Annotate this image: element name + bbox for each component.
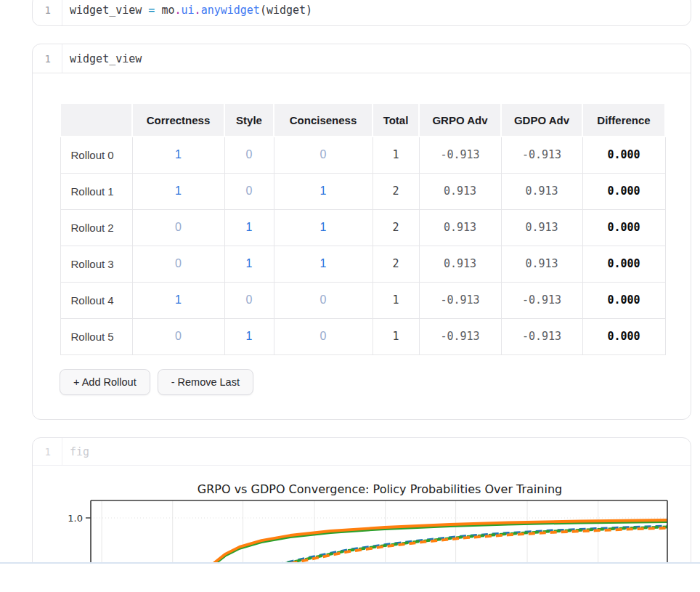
code-token: = — [142, 4, 161, 17]
column-header: GRPO Adv — [419, 103, 501, 137]
cell-conciseness[interactable]: 1 — [274, 209, 373, 246]
cell-gdpo-adv: 0.913 — [501, 173, 582, 209]
cell-conciseness[interactable]: 0 — [274, 282, 373, 318]
table-row: Rollout 110120.9130.9130.000 — [60, 173, 665, 209]
code-token: . — [175, 4, 182, 17]
row-label: Rollout 2 — [60, 209, 132, 246]
code-token: (widget) — [260, 4, 312, 17]
code-token: . — [195, 4, 201, 17]
widget-output: CorrectnessStyleConcisenessTotalGRPO Adv… — [33, 73, 691, 395]
cell-conciseness[interactable]: 0 — [274, 137, 373, 173]
cell-correctness[interactable]: 1 — [132, 137, 224, 173]
cell-difference: 0.000 — [582, 246, 665, 282]
row-label: Rollout 0 — [60, 137, 132, 173]
remove-last-button[interactable]: - Remove Last — [158, 369, 253, 395]
cell-style[interactable]: 0 — [224, 137, 274, 173]
row-label: Rollout 4 — [60, 282, 132, 318]
cell-total: 1 — [373, 318, 419, 354]
column-header: Difference — [582, 103, 665, 137]
line-number: 1 — [33, 53, 62, 65]
cell-difference: 0.000 — [582, 137, 665, 173]
cell-gdpo-adv: -0.913 — [501, 282, 582, 318]
cell-gdpo-adv: -0.913 — [501, 137, 582, 173]
rollout-table: CorrectnessStyleConcisenessTotalGRPO Adv… — [60, 102, 666, 355]
cell-grpo-adv: -0.913 — [419, 318, 501, 354]
cell-style[interactable]: 0 — [224, 173, 274, 209]
cell-style[interactable]: 1 — [224, 209, 274, 246]
cell-grpo-adv: 0.913 — [419, 246, 501, 282]
cell-difference: 0.000 — [582, 209, 665, 246]
cell-difference: 0.000 — [582, 318, 665, 354]
code-editor-row[interactable]: 1 fig — [33, 438, 691, 466]
cell-total: 2 — [373, 173, 419, 209]
cell-total: 1 — [373, 282, 419, 318]
cell-difference: 0.000 — [582, 173, 665, 209]
column-header — [60, 103, 132, 137]
column-header: Total — [373, 103, 419, 137]
cell-grpo-adv: 0.913 — [419, 173, 501, 209]
code-editor-row[interactable]: 1 widget_view = mo.ui.anywidget(widget) — [33, 0, 691, 25]
code-token: widget_view — [70, 52, 142, 65]
cell-correctness[interactable]: 0 — [132, 209, 224, 246]
table-row: Rollout 201120.9130.9130.000 — [60, 209, 665, 246]
cell-total: 2 — [373, 246, 419, 282]
cell-correctness[interactable]: 0 — [132, 246, 224, 282]
code-token: fig — [70, 445, 89, 458]
rollout-table-header-row: CorrectnessStyleConcisenessTotalGRPO Adv… — [60, 103, 665, 137]
line-number: 1 — [33, 4, 62, 16]
cell-total: 1 — [373, 137, 419, 173]
column-header: Style — [224, 103, 274, 137]
cell-gdpo-adv: 0.913 — [501, 209, 582, 246]
code-cell-2: 1 widget_view CorrectnessStyleConcisenes… — [32, 44, 691, 420]
add-rollout-button[interactable]: + Add Rollout — [60, 369, 150, 395]
cell-gdpo-adv: -0.913 — [501, 318, 582, 354]
cell-correctness[interactable]: 0 — [132, 318, 224, 354]
figure-svg: 1.0 — [33, 466, 692, 564]
code-line[interactable]: widget_view — [62, 52, 691, 65]
y-tick-label: 1.0 — [68, 513, 83, 524]
cell-conciseness[interactable]: 0 — [274, 318, 373, 354]
cell-grpo-adv: -0.913 — [419, 137, 501, 173]
cell-grpo-adv: 0.913 — [419, 209, 501, 246]
cell-total: 2 — [373, 209, 419, 246]
code-token: widget_view — [70, 4, 142, 17]
table-row: Rollout 01001-0.913-0.9130.000 — [60, 137, 665, 173]
code-token: ui — [182, 4, 195, 17]
figure-output: GRPO vs GDPO Convergence: Policy Probabi… — [33, 466, 691, 564]
cell-correctness[interactable]: 1 — [132, 173, 224, 209]
column-header: GDPO Adv — [501, 103, 582, 137]
column-header: Correctness — [132, 103, 224, 137]
cell-difference: 0.000 — [582, 282, 665, 318]
code-editor-row[interactable]: 1 widget_view — [33, 44, 691, 73]
cell-correctness[interactable]: 1 — [132, 282, 224, 318]
notebook-viewport: 1 widget_view = mo.ui.anywidget(widget) … — [0, 0, 700, 564]
column-header: Conciseness — [274, 103, 373, 137]
code-line[interactable]: widget_view = mo.ui.anywidget(widget) — [62, 4, 691, 17]
cell-conciseness[interactable]: 1 — [274, 246, 373, 282]
cell-gdpo-adv: 0.913 — [501, 246, 582, 282]
cell-style[interactable]: 1 — [224, 318, 274, 354]
line-number: 1 — [33, 446, 62, 458]
code-cell-3: 1 fig GRPO vs GDPO Convergence: Policy P… — [32, 437, 691, 564]
code-token: mo — [161, 4, 174, 17]
cell-conciseness[interactable]: 1 — [274, 173, 373, 209]
row-label: Rollout 3 — [60, 246, 132, 282]
code-line[interactable]: fig — [62, 445, 691, 458]
cell-grpo-adv: -0.913 — [419, 282, 501, 318]
cell-style[interactable]: 1 — [224, 246, 274, 282]
table-row: Rollout 50101-0.913-0.9130.000 — [60, 318, 665, 354]
series-green-solid — [203, 522, 667, 564]
widget-button-row: + Add Rollout - Remove Last — [60, 369, 691, 395]
code-token: anywidget — [201, 4, 260, 17]
table-row: Rollout 41001-0.913-0.9130.000 — [60, 282, 665, 318]
rollout-table-body: Rollout 01001-0.913-0.9130.000Rollout 11… — [60, 137, 665, 354]
row-label: Rollout 5 — [60, 318, 132, 354]
code-cell-1: 1 widget_view = mo.ui.anywidget(widget) — [32, 0, 691, 26]
cell-style[interactable]: 0 — [224, 282, 274, 318]
row-label: Rollout 1 — [60, 173, 132, 209]
table-row: Rollout 301120.9130.9130.000 — [60, 246, 665, 282]
